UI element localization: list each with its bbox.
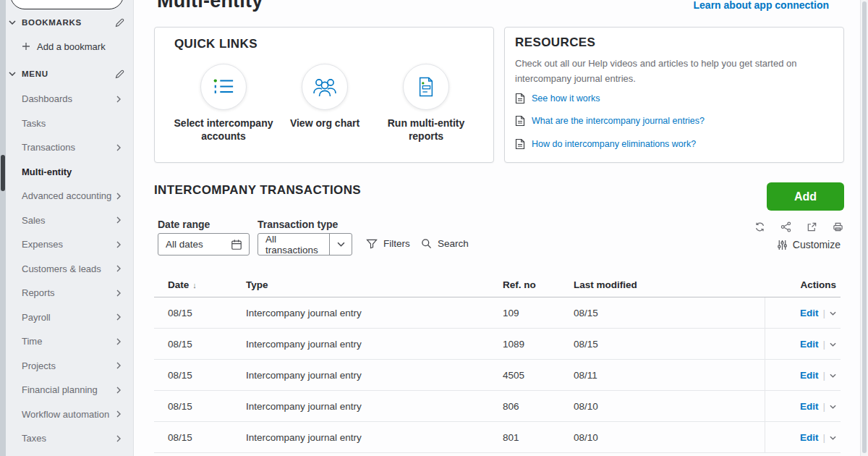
date-range-input[interactable]: All dates [158, 233, 250, 256]
sidebar-item-advanced-accounting[interactable]: Advanced accounting [0, 184, 133, 208]
print-icon[interactable] [833, 221, 843, 232]
chevron-right-icon [116, 338, 121, 345]
chevron-right-icon [116, 144, 121, 151]
cell-type: Intercompany journal entry [246, 339, 503, 350]
sidebar-item-financial-planning[interactable]: Financial planning [0, 378, 133, 402]
column-header-date[interactable]: Date↓ [154, 279, 246, 290]
resource-link-intercompany-eliminations[interactable]: How do intercompany eliminations work? [515, 132, 833, 156]
new-button[interactable]: New [10, 0, 124, 9]
date-range-value: All dates [166, 239, 203, 250]
resources-panel: RESOURCES Check out all our Help videos … [504, 27, 844, 163]
sidebar-item-label: Reports [22, 287, 55, 298]
sidebar-item-expenses[interactable]: Expenses [0, 232, 133, 257]
chevron-down-icon[interactable] [9, 72, 16, 76]
sidebar-item-transactions[interactable]: Transactions [0, 135, 133, 160]
sidebar-item-payroll[interactable]: Payroll [0, 305, 133, 330]
article-document-icon [515, 93, 525, 104]
edit-link[interactable]: Edit [800, 432, 819, 443]
cell-last-modified: 08/11 [568, 370, 765, 381]
cell-type: Intercompany journal entry [246, 432, 503, 443]
page-scrollbar[interactable] [860, 0, 868, 456]
pencil-icon[interactable] [115, 18, 124, 28]
sidebar-item-multi-entity[interactable]: Multi-entity [0, 160, 133, 185]
menu-header-label: MENU [22, 69, 48, 78]
search-button[interactable]: Search [421, 238, 469, 249]
chevron-down-icon[interactable] [830, 310, 836, 316]
bookmarks-header: BOOKMARKS [9, 16, 124, 29]
quick-link-run-multi-entity-reports[interactable]: Run multi-entity reports [372, 64, 480, 143]
search-label: Search [438, 238, 469, 249]
resource-link-label: What are the intercompany journal entrie… [532, 116, 705, 126]
sidebar-item-sales[interactable]: Sales [0, 208, 133, 233]
quick-link-view-org-chart[interactable]: View org chart [273, 64, 376, 130]
cell-last-modified: 08/10 [568, 432, 765, 443]
export-icon[interactable] [807, 221, 817, 232]
add-bookmark-button[interactable]: Add a bookmark [22, 40, 106, 53]
resource-link-label: See how it works [532, 93, 600, 104]
resource-link-see-how-it-works[interactable]: See how it works [515, 87, 833, 110]
sidebar-item-reports[interactable]: Reports [0, 281, 133, 305]
chevron-down-icon[interactable] [830, 372, 836, 378]
sidebar-item-projects[interactable]: Projects [0, 354, 133, 379]
sidebar-item-time[interactable]: Time [0, 329, 133, 354]
funnel-icon [366, 239, 378, 249]
refresh-icon[interactable] [754, 221, 765, 232]
sidebar-item-workflow-automation[interactable]: Workflow automation [0, 402, 133, 427]
divider: | [822, 339, 825, 350]
chevron-down-icon[interactable] [830, 403, 836, 409]
add-button[interactable]: Add [767, 182, 844, 211]
cell-date: 08/15 [154, 370, 246, 381]
cell-date: 08/15 [154, 432, 246, 443]
cell-type: Intercompany journal entry [246, 370, 503, 381]
calendar-icon [231, 239, 242, 250]
column-header-actions: Actions [765, 279, 841, 290]
page-scrollbar-thumb[interactable] [862, 1, 867, 453]
quick-link-select-intercompany-accounts[interactable]: Select intercompany accounts [169, 64, 278, 143]
quick-links-panel: QUICK LINKS Select intercompany accounts [154, 27, 494, 163]
chevron-down-icon[interactable] [329, 234, 352, 255]
page-title: Multi-entity [157, 0, 263, 12]
chevron-right-icon [116, 410, 121, 418]
quick-link-label: Select intercompany accounts [169, 117, 278, 143]
edit-link[interactable]: Edit [800, 339, 819, 350]
cell-ref-no: 806 [503, 401, 568, 412]
sidebar-item-label: Tasks [22, 118, 46, 129]
quick-links-title: QUICK LINKS [174, 37, 258, 51]
sidebar-item-dashboards[interactable]: Dashboards [0, 87, 133, 111]
chevron-right-icon [116, 387, 121, 394]
pencil-icon[interactable] [115, 69, 124, 79]
chevron-down-icon[interactable] [9, 20, 16, 25]
customize-button[interactable]: Customize [777, 239, 841, 250]
edit-link[interactable]: Edit [800, 308, 819, 318]
cell-date: 08/15 [154, 339, 246, 350]
sliders-icon [777, 240, 788, 250]
chevron-down-icon[interactable] [830, 434, 836, 440]
chevron-down-icon[interactable] [830, 341, 836, 347]
sidebar-item-customers-leads[interactable]: Customers & leads [0, 257, 133, 282]
transaction-type-select[interactable]: All transactions [258, 233, 352, 256]
sidebar-item-label: Multi-entity [22, 166, 72, 177]
edit-link[interactable]: Edit [800, 370, 819, 381]
cell-last-modified: 08/10 [568, 401, 765, 412]
learn-app-connection-link[interactable]: Learn about app connection [694, 0, 829, 11]
column-header-type: Type [246, 279, 503, 290]
cell-actions: Edit | [765, 391, 841, 421]
divider: | [822, 401, 825, 412]
sidebar-item-label: Time [22, 336, 42, 347]
chevron-right-icon [116, 362, 121, 369]
chevron-right-icon [116, 313, 121, 321]
resource-link-intercompany-journal-entries[interactable]: What are the intercompany journal entrie… [515, 110, 833, 133]
sidebar-item-taxes[interactable]: Taxes [0, 426, 133, 451]
main-content: Multi-entity Learn about app connection … [134, 0, 868, 456]
sidebar-item-label: Payroll [22, 312, 51, 323]
sidebar-item-tasks[interactable]: Tasks [0, 111, 133, 136]
table-row: 08/15 Intercompany journal entry 4505 08… [154, 360, 841, 391]
cell-actions: Edit | [765, 360, 841, 390]
cell-date: 08/15 [154, 401, 246, 412]
edit-link[interactable]: Edit [800, 401, 819, 412]
accounts-list-icon [200, 64, 247, 110]
filters-button[interactable]: Filters [366, 238, 410, 249]
share-icon[interactable] [780, 221, 791, 232]
add-bookmark-label: Add a bookmark [37, 41, 106, 52]
table-row: 08/15 Intercompany journal entry 109 08/… [154, 297, 841, 329]
